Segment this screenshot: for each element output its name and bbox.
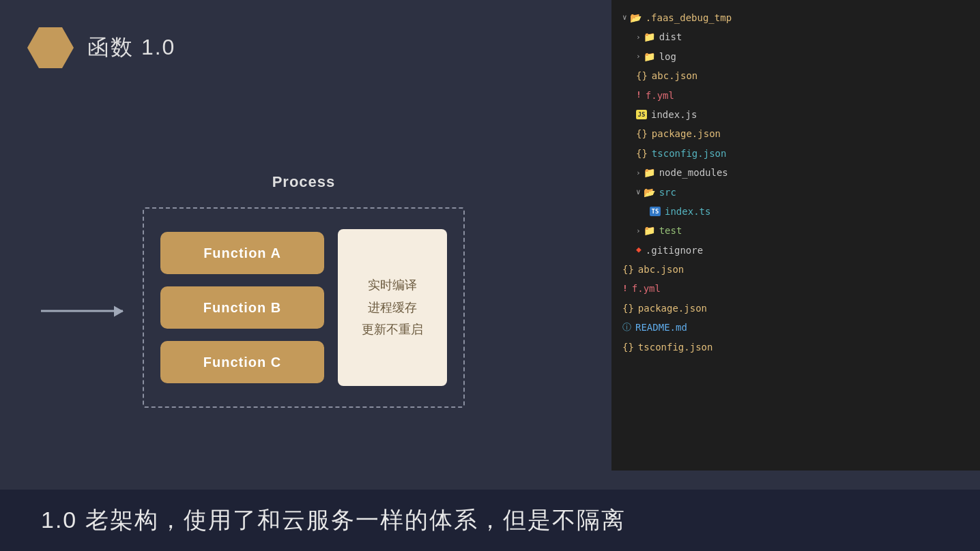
functions-column: Function A Function B Function C: [160, 232, 324, 383]
test-label: test: [659, 223, 682, 238]
tree-item-packagejson-1[interactable]: {} package.json: [611, 124, 980, 143]
tree-item-readme[interactable]: ⓘ README.md: [611, 318, 980, 337]
app-title: 函数 1.0: [87, 33, 175, 63]
root-folder-label: .faas_debug_tmp: [646, 10, 732, 25]
fyml-label-1: f.yml: [646, 88, 674, 103]
packagejson-label-2: package.json: [638, 301, 707, 316]
tree-item-src[interactable]: ∨ 📂 src: [611, 183, 980, 202]
hexagon-logo: [27, 25, 74, 71]
tree-item-log[interactable]: › 📁 log: [611, 47, 980, 66]
tree-item-packagejson-2[interactable]: {} package.json: [611, 299, 980, 318]
abc-json-label-2: abc.json: [638, 262, 684, 277]
indexts-label: index.ts: [665, 204, 710, 219]
arrow-container: [41, 310, 123, 312]
readme-label: README.md: [635, 320, 687, 335]
process-box: Function A Function B Function C 实时编译进程缓…: [143, 207, 465, 408]
tree-item-abc-json-2[interactable]: {} abc.json: [611, 260, 980, 279]
tree-item-tsconfigjson-2[interactable]: {} tsconfig.json: [611, 338, 980, 357]
function-a-button[interactable]: Function A: [160, 232, 324, 274]
tree-item-indexjs[interactable]: JS index.js: [611, 105, 980, 124]
tree-item-nodemodules[interactable]: › 📁 node_modules: [611, 163, 980, 182]
indexjs-label: index.js: [651, 107, 697, 122]
nodemodules-label: node_modules: [659, 165, 728, 180]
log-label: log: [659, 49, 676, 64]
info-card: 实时编译进程缓存更新不重启: [338, 229, 447, 386]
tree-item-fyml-2[interactable]: ! f.yml: [611, 279, 980, 298]
src-label: src: [659, 185, 676, 200]
file-tree-panel: ∨ 📂 .faas_debug_tmp › 📁 dist › 📁 log {} …: [611, 0, 980, 471]
subtitle-bar: 1.0 老架构，使用了和云服务一样的体系，但是不隔离: [0, 490, 980, 551]
tree-item-gitignore[interactable]: ◆ .gitignore: [611, 241, 980, 260]
abc-json-label-1: abc.json: [652, 68, 697, 83]
tree-item-test[interactable]: › 📁 test: [611, 221, 980, 240]
tree-item-abc-json-1[interactable]: {} abc.json: [611, 66, 980, 85]
dist-label: dist: [659, 29, 682, 44]
info-card-text: 实时编译进程缓存更新不重启: [362, 274, 423, 340]
packagejson-label-1: package.json: [652, 126, 721, 141]
tree-item-root[interactable]: ∨ 📂 .faas_debug_tmp: [611, 8, 980, 27]
tree-item-dist[interactable]: › 📁 dist: [611, 27, 980, 46]
process-label: Process: [272, 173, 336, 191]
tree-item-indexts[interactable]: TS index.ts: [611, 202, 980, 221]
tsconfigjson-label-1: tsconfig.json: [652, 146, 727, 161]
subtitle-text: 1.0 老架构，使用了和云服务一样的体系，但是不隔离: [41, 507, 626, 533]
function-c-button[interactable]: Function C: [160, 341, 324, 383]
arrow-line: [41, 310, 123, 312]
tree-item-fyml-1[interactable]: ! f.yml: [611, 86, 980, 105]
function-b-button[interactable]: Function B: [160, 286, 324, 329]
left-panel: 函数 1.0 Process Function A Function B Fun…: [0, 0, 607, 551]
header-row: 函数 1.0: [0, 0, 607, 71]
gitignore-label: .gitignore: [646, 243, 703, 258]
tree-item-tsconfigjson-1[interactable]: {} tsconfig.json: [611, 144, 980, 163]
diagram-area: Process Function A Function B Function C…: [0, 71, 607, 551]
fyml-label-2: f.yml: [632, 281, 661, 296]
tsconfigjson-label-2: tsconfig.json: [638, 340, 713, 355]
file-tree: ∨ 📂 .faas_debug_tmp › 📁 dist › 📁 log {} …: [611, 0, 980, 365]
